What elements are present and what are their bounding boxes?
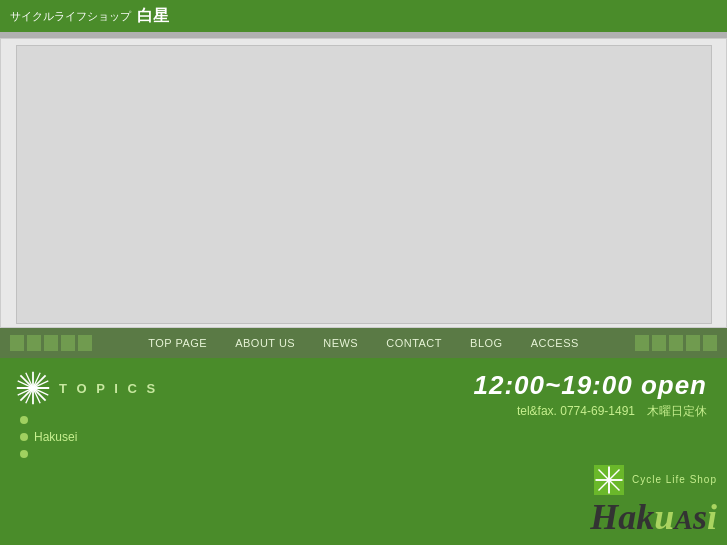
shop-type-label: サイクルライフショップ <box>10 9 131 24</box>
shop-name: 白星 <box>137 6 169 27</box>
deco-square <box>27 335 41 351</box>
nav-item-about-us[interactable]: ABOUT US <box>221 328 309 358</box>
deco-square <box>61 335 75 351</box>
deco-square <box>686 335 700 351</box>
deco-square <box>44 335 58 351</box>
nav-item-blog[interactable]: BLOG <box>456 328 517 358</box>
topics-area: T O P I C S Hakusei <box>0 358 200 545</box>
deco-square <box>652 335 666 351</box>
topics-list-item <box>20 416 190 424</box>
nav-item-contact[interactable]: CONTACT <box>372 328 456 358</box>
nav-item-top-page[interactable]: TOP PAGE <box>134 328 221 358</box>
cycle-life-label: Cycle Life Shop <box>632 474 717 485</box>
bottom-section: T O P I C S Hakusei 12:00~19:00 open tel… <box>0 358 727 545</box>
deco-square <box>703 335 717 351</box>
main-inner <box>16 45 712 324</box>
deco-square <box>78 335 92 351</box>
star-icon <box>15 370 51 406</box>
navigation-bar: TOP PAGEABOUT USNEWSCONTACTBLOGACCESS <box>0 328 727 358</box>
deco-square <box>669 335 683 351</box>
topic-link[interactable]: Hakusei <box>34 430 77 444</box>
topics-list-item[interactable]: Hakusei <box>20 430 190 444</box>
main-content-area <box>0 38 727 328</box>
nav-items-container: TOP PAGEABOUT USNEWSCONTACTBLOGACCESS <box>134 328 593 358</box>
bullet-icon <box>20 450 28 458</box>
nav-item-access[interactable]: ACCESS <box>517 328 593 358</box>
topics-label: T O P I C S <box>59 381 158 396</box>
nav-deco-right <box>635 335 717 351</box>
logo-star-icon <box>594 465 624 495</box>
nav-item-news[interactable]: NEWS <box>309 328 372 358</box>
topics-list-item <box>20 450 190 458</box>
topics-list: Hakusei <box>15 416 190 458</box>
bullet-icon <box>20 416 28 424</box>
bullet-icon <box>20 433 28 441</box>
deco-square <box>635 335 649 351</box>
hakusei-logo: HakuAsi <box>590 499 717 535</box>
business-hours: 12:00~19:00 open <box>473 370 707 401</box>
topics-header: T O P I C S <box>15 370 190 406</box>
site-title: サイクルライフショップ 白星 <box>10 6 169 27</box>
deco-square <box>10 335 24 351</box>
logo-area: Cycle Life Shop HakuAsi <box>590 465 717 535</box>
contact-info: tel&fax. 0774-69-1491 木曜日定休 <box>517 403 707 420</box>
nav-deco-left <box>10 335 92 351</box>
header-bar: サイクルライフショップ 白星 <box>0 0 727 32</box>
